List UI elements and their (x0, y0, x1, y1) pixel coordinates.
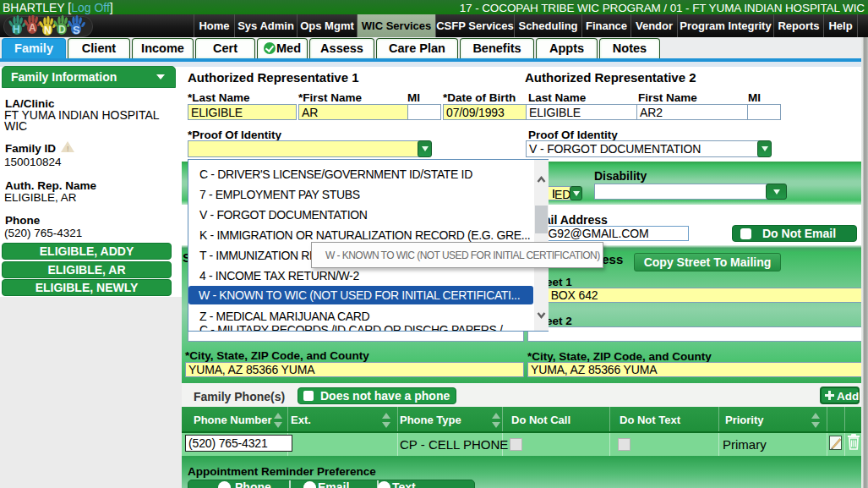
svg-text:S: S (73, 24, 80, 36)
svg-text:N: N (44, 25, 52, 36)
svg-text:H: H (13, 24, 20, 36)
svg-text:A: A (29, 22, 36, 34)
svg-text:D: D (58, 24, 66, 36)
